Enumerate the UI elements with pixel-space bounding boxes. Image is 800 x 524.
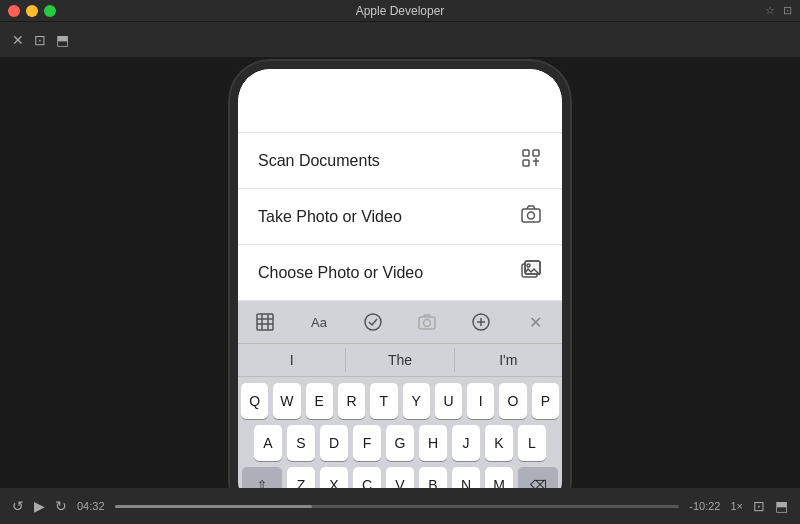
traffic-lights [8,5,56,17]
format-toolbar: Aa [238,301,562,343]
key-h[interactable]: H [419,425,447,461]
font-format-icon[interactable]: Aa [304,307,334,337]
key-p[interactable]: P [532,383,559,419]
rewind-icon[interactable]: ↺ [12,498,24,514]
close-format-icon[interactable]: ✕ [520,307,550,337]
close-button[interactable] [8,5,20,17]
key-y[interactable]: Y [403,383,430,419]
key-a[interactable]: A [254,425,282,461]
pip-playback-icon[interactable]: ⬒ [775,498,788,514]
speed-label[interactable]: 1× [730,500,743,512]
svg-point-18 [424,320,431,327]
svg-rect-0 [523,150,529,156]
maximize-button[interactable] [44,5,56,17]
autocomplete-bar: I The I'm [238,343,562,377]
key-l[interactable]: L [518,425,546,461]
svg-point-16 [365,314,381,330]
photo-library-icon [520,259,542,286]
close-toolbar-icon[interactable]: ✕ [12,32,24,48]
key-e[interactable]: E [306,383,333,419]
app-toolbar: ✕ ⊡ ⬒ [0,22,800,58]
key-d[interactable]: D [320,425,348,461]
play-icon[interactable]: ▶ [34,498,45,514]
resize-icon[interactable]: ⬒ [56,32,69,48]
camera-toolbar-icon[interactable] [412,307,442,337]
key-r[interactable]: R [338,383,365,419]
minimize-button[interactable] [26,5,38,17]
choose-photo-item[interactable]: Choose Photo or Video [238,245,562,301]
remaining-time: -10:22 [689,500,720,512]
choose-photo-label: Choose Photo or Video [258,264,423,282]
key-u[interactable]: U [435,383,462,419]
title-bar-right: ☆ ⊡ [765,4,792,17]
camera-icon [520,203,542,230]
context-menu: Scan Documents Take Photo [238,132,562,301]
monitor-icon[interactable]: ⊡ [753,498,765,514]
main-content: Scan Documents Take Photo [0,58,800,524]
key-w[interactable]: W [273,383,300,419]
take-photo-label: Take Photo or Video [258,208,402,226]
window-title: Apple Developer [356,4,445,18]
keyboard-row-2: A S D F G H J K L [241,425,559,461]
title-bar: Apple Developer ☆ ⊡ [0,0,800,22]
split-view-icon[interactable]: ⊡ [34,32,46,48]
iphone-frame: Scan Documents Take Photo [230,61,570,521]
screen-top-area: Scan Documents Take Photo [238,69,562,301]
key-f[interactable]: F [353,425,381,461]
key-i[interactable]: I [467,383,494,419]
key-j[interactable]: J [452,425,480,461]
key-s[interactable]: S [287,425,315,461]
pencil-icon[interactable] [466,307,496,337]
key-k[interactable]: K [485,425,513,461]
scan-documents-label: Scan Documents [258,152,380,170]
key-g[interactable]: G [386,425,414,461]
autocomplete-im[interactable]: I'm [455,348,562,372]
autocomplete-i[interactable]: I [238,348,346,372]
table-format-icon[interactable] [250,307,280,337]
progress-slider[interactable] [115,505,680,508]
key-o[interactable]: O [499,383,526,419]
playback-bar: ↺ ▶ ↻ 04:32 -10:22 1× ⊡ ⬒ [0,488,800,524]
svg-rect-1 [533,150,539,156]
star-icon[interactable]: ☆ [765,4,775,17]
progress-fill [115,505,313,508]
forward-icon[interactable]: ↻ [55,498,67,514]
pip-icon[interactable]: ⊡ [783,4,792,17]
autocomplete-the[interactable]: The [346,348,454,372]
keyboard-row-1: Q W E R T Y U I O P [241,383,559,419]
check-icon[interactable] [358,307,388,337]
svg-rect-11 [257,314,273,330]
key-t[interactable]: T [370,383,397,419]
scan-documents-item[interactable]: Scan Documents [238,132,562,189]
take-photo-item[interactable]: Take Photo or Video [238,189,562,245]
scan-icon [520,147,542,174]
svg-rect-5 [522,209,540,222]
svg-rect-2 [523,160,529,166]
iphone-screen: Scan Documents Take Photo [238,69,562,513]
current-time: 04:32 [77,500,105,512]
key-q[interactable]: Q [241,383,268,419]
svg-point-6 [528,212,535,219]
